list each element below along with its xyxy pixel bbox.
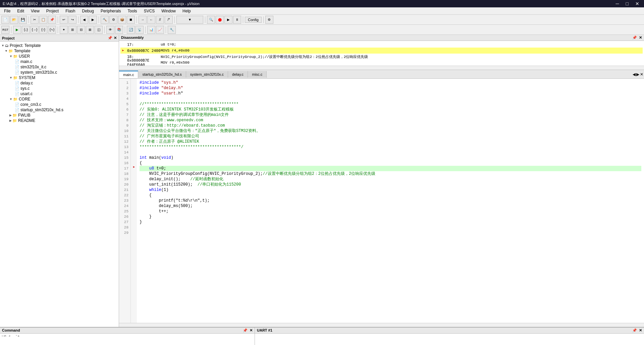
disasm-pin-icon[interactable]: 📌 <box>632 36 637 40</box>
disasm-button[interactable]: ⊞ <box>68 26 76 34</box>
undo-button[interactable]: ↩ <box>60 16 68 24</box>
tab-scroll-right[interactable]: ▶ <box>636 72 639 77</box>
menu-item-view[interactable]: View <box>28 8 42 14</box>
minimize-button[interactable]: ─ <box>614 1 621 6</box>
coverage-btn[interactable]: 📊 <box>147 26 155 34</box>
tab-label: misc.c <box>252 72 262 76</box>
code-line-20: uart_init(115200); //串口初始化为115200 <box>140 182 641 187</box>
tree-item-delay.c[interactable]: 📄delay.c <box>0 80 119 86</box>
comment-button[interactable]: // <box>156 16 164 24</box>
pin-icon[interactable]: 📌 <box>108 36 112 40</box>
tree-item-system_stm32f10x.c[interactable]: 📄system_stm32f10x.c <box>0 70 119 75</box>
breakpoint-button[interactable]: ⬤ <box>216 16 224 24</box>
tab-misc-c[interactable]: misc.c <box>248 71 267 78</box>
menu-item-file[interactable]: File <box>1 8 13 14</box>
redo-button[interactable]: ↪ <box>68 16 76 24</box>
runto-button[interactable]: {⤷} <box>48 26 56 34</box>
tree-item-readme[interactable]: ▶📁README <box>0 118 119 123</box>
uart-panel: UART #1 📌 ✕ <box>255 328 644 345</box>
cmd-close-icon[interactable]: ✕ <box>250 328 253 333</box>
tab-close-all[interactable]: ✕ <box>640 72 643 77</box>
tree-item-usart.c[interactable]: 📄usart.c <box>0 91 119 96</box>
tree-item-user[interactable]: ▼📁USER <box>0 54 119 59</box>
disasm-close-icon[interactable]: ✕ <box>639 36 642 40</box>
cmd-pin-icon[interactable]: 📌 <box>243 328 248 333</box>
close-panel-icon[interactable]: ✕ <box>114 36 117 40</box>
tree-item-template[interactable]: ▼📁Template <box>0 48 119 54</box>
menu-item-edit[interactable]: Edit <box>14 8 27 14</box>
tree-item-system[interactable]: ▼📁SYSTEM <box>0 75 119 80</box>
code-scrollbar-h[interactable] <box>119 323 644 327</box>
compile-button[interactable]: 📦 <box>118 16 126 24</box>
restore-button[interactable]: □ <box>624 1 631 6</box>
config-button[interactable]: Config <box>245 17 262 23</box>
gutter-cell-4 <box>131 95 137 100</box>
tree-root[interactable]: ▼🗂Project: Template <box>0 43 119 48</box>
target-select[interactable]: ▼ <box>176 16 203 24</box>
uncomment-button[interactable]: /* <box>165 16 173 24</box>
tab-scroll-left[interactable]: ◀ <box>633 72 636 77</box>
copy-button[interactable]: 📋 <box>39 16 47 24</box>
cut-button[interactable]: ✂ <box>31 16 39 24</box>
menu-item-window[interactable]: Window <box>159 8 178 14</box>
menu-item-debug[interactable]: Debug <box>79 8 97 14</box>
stack-btn[interactable]: 📚 <box>115 26 123 34</box>
indent-button[interactable]: → <box>139 16 147 24</box>
menu-item-flash[interactable]: Flash <box>63 8 78 14</box>
uart-pin-icon[interactable]: 📌 <box>632 328 637 333</box>
options-button[interactable]: ⚙ <box>265 16 273 24</box>
code-editor[interactable]: 1234567891011121314151617181920212223242… <box>119 79 644 323</box>
menu-item-peripherals[interactable]: Peripherals <box>98 8 124 14</box>
reset-button[interactable]: RST <box>1 26 9 34</box>
tab-delay-c[interactable]: delay.c <box>228 71 248 78</box>
tab-system_stm32f10x-c[interactable]: system_stm32f10x.c <box>186 71 228 78</box>
find-button[interactable]: 🔍 <box>207 16 215 24</box>
code-content[interactable]: #include "sys.h"#include "delay.h"#inclu… <box>137 79 644 323</box>
tab-main-c[interactable]: main.c <box>119 71 138 78</box>
save-button[interactable]: 💾 <box>19 16 27 24</box>
disassembly-scrollbar-h[interactable] <box>119 66 644 70</box>
tree-item-core_cm3.c[interactable]: 📄core_cm3.c <box>0 102 119 107</box>
menu-item-tools[interactable]: Tools <box>125 8 140 14</box>
run-debug-button[interactable]: ▶ <box>13 26 21 34</box>
open-button[interactable]: 📂 <box>10 16 18 24</box>
reg-button[interactable]: ⊠ <box>86 26 94 34</box>
tree-item-fwlib[interactable]: ▶📁FWLIB <box>0 113 119 118</box>
menu-item-svcs[interactable]: SVCS <box>141 8 158 14</box>
watch-btn[interactable]: 👁 <box>106 26 114 34</box>
build-button[interactable]: 🔨 <box>101 16 109 24</box>
menu-item-help[interactable]: Help <box>180 8 194 14</box>
rebuild-button[interactable]: ⚙ <box>109 16 117 24</box>
tree-item-main.c[interactable]: 📄main.c <box>0 59 119 64</box>
tree-item-stm32f10x_it.c[interactable]: 📄stm32f10x_it.c <box>0 64 119 70</box>
run-button[interactable]: ▶ <box>224 16 232 24</box>
tree-item-core[interactable]: ▼📁CORE <box>0 96 119 102</box>
stop-button[interactable]: ⏹ <box>127 16 135 24</box>
unindent-button[interactable]: ← <box>147 16 155 24</box>
step-button[interactable]: {↓} <box>22 26 30 34</box>
tab-label: delay.c <box>232 72 244 76</box>
cmd-win-button[interactable]: ✦ <box>60 26 68 34</box>
menu-item-project[interactable]: Project <box>44 8 61 14</box>
stepout-button[interactable]: {↑} <box>39 26 47 34</box>
trace-btn[interactable]: 🔄 <box>127 26 135 34</box>
new-button[interactable]: 📄 <box>1 16 9 24</box>
tree-item-startup_stm32f10x_hd.s[interactable]: 📄startup_stm32f10x_hd.s <box>0 107 119 113</box>
stop-debug-button[interactable]: ⏸ <box>233 16 241 24</box>
close-button[interactable]: ✕ <box>633 1 641 6</box>
forward-button[interactable]: ▶ <box>89 16 97 24</box>
stepover-button[interactable]: {→} <box>31 26 39 34</box>
gutter-cell-11 <box>131 132 137 138</box>
sym-button[interactable]: ⊟ <box>77 26 85 34</box>
tree-item-sys.c[interactable]: 📄sys.c <box>0 86 119 91</box>
mem-button[interactable]: ◫ <box>95 26 103 34</box>
paste-button[interactable]: 📌 <box>48 16 56 24</box>
uart-close-icon[interactable]: ✕ <box>639 328 642 333</box>
perf-btn[interactable]: 📈 <box>156 26 164 34</box>
wrench-btn[interactable]: 🔧 <box>168 26 176 34</box>
back-button[interactable]: ◀ <box>80 16 88 24</box>
uart-btn[interactable]: 📡 <box>136 26 144 34</box>
main-layout: Project 📌 ✕ ▼🗂Project: Template▼📁Templat… <box>0 35 644 327</box>
tab-startup_stm32f10x_hd-s[interactable]: startup_stm32f10x_hd.s <box>138 71 186 78</box>
gutter-cell-28 <box>131 223 137 229</box>
